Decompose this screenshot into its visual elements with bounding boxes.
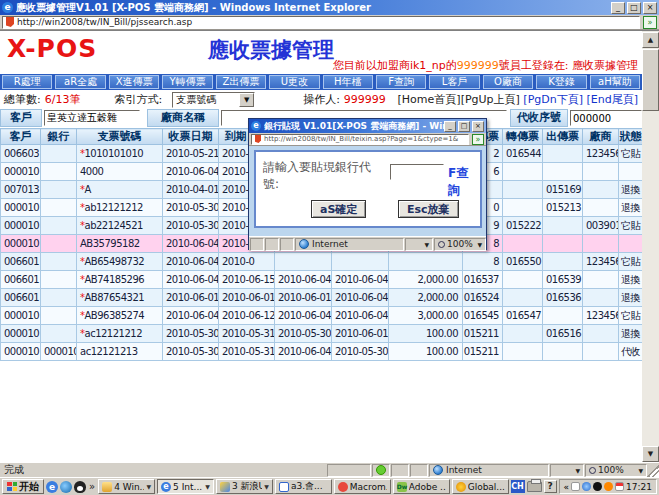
menu-customer-button[interactable]: L客戶: [429, 75, 479, 89]
calendar-icon[interactable]: [615, 482, 624, 491]
table-cell[interactable]: 退換: [619, 289, 643, 307]
table-cell[interactable]: 016524: [463, 289, 503, 307]
table-cell[interactable]: 006601: [1, 271, 41, 289]
menu-register-button[interactable]: K登錄: [536, 75, 586, 89]
table-cell[interactable]: [41, 289, 77, 307]
table-cell[interactable]: 退換: [619, 199, 643, 217]
taskbar-button[interactable]: Macrom...: [334, 479, 391, 494]
table-row[interactable]: 000010*AB963852742010-06-042010-06-12201…: [1, 307, 643, 325]
table-cell[interactable]: [503, 325, 543, 343]
table-cell[interactable]: *1010101010: [77, 145, 163, 163]
chevron-down-icon[interactable]: ▼: [146, 483, 151, 490]
table-cell[interactable]: 2010-06-04: [332, 289, 389, 307]
table-cell[interactable]: [41, 235, 77, 253]
nav-home-link[interactable]: [Home首頁]: [398, 93, 461, 106]
go-icon[interactable]: »: [472, 134, 484, 145]
scroll-down-icon[interactable]: ▼: [642, 446, 659, 462]
table-cell[interactable]: 006601: [1, 253, 41, 271]
table-cell[interactable]: 8: [463, 253, 503, 271]
table-cell[interactable]: [503, 163, 543, 181]
table-cell[interactable]: 015213: [543, 199, 583, 217]
table-cell[interactable]: 2010-06-01: [163, 289, 219, 307]
table-cell[interactable]: [583, 235, 619, 253]
popup-maximize-icon[interactable]: □: [458, 121, 470, 132]
table-cell[interactable]: [41, 307, 77, 325]
taskbar-button[interactable]: e5 Int...▼: [157, 479, 214, 494]
popup-minimize-icon[interactable]: _: [444, 121, 456, 132]
table-cell[interactable]: [503, 343, 543, 361]
table-cell[interactable]: 000010: [1, 217, 41, 235]
table-cell[interactable]: [583, 289, 619, 307]
nav-end-link[interactable]: [End尾頁]: [587, 93, 639, 106]
overflow-chevron-icon[interactable]: »: [88, 481, 96, 492]
table-cell[interactable]: 000010: [1, 307, 41, 325]
table-cell[interactable]: 2,000.00: [389, 271, 463, 289]
language-indicator[interactable]: CH: [511, 480, 525, 493]
table-cell[interactable]: 2010-06-01: [332, 325, 389, 343]
customer-filter-input[interactable]: [44, 110, 140, 126]
chevron-down-icon[interactable]: ▼: [205, 483, 210, 490]
nav-pgup-link[interactable]: [PgUp上頁]: [461, 93, 520, 106]
table-cell[interactable]: ac12121213: [77, 343, 163, 361]
table-cell[interactable]: [619, 163, 643, 181]
table-cell[interactable]: 2010-05-30: [332, 343, 389, 361]
table-cell[interactable]: 2010-06-04: [275, 307, 332, 325]
table-cell[interactable]: 2010-06-04: [163, 163, 219, 181]
table-cell[interactable]: 016537: [463, 271, 503, 289]
table-cell[interactable]: 2010-05-21: [163, 145, 219, 163]
popup-close-icon[interactable]: ×: [472, 121, 484, 132]
table-cell[interactable]: [41, 325, 77, 343]
menu-out-voucher-button[interactable]: Z出傳票: [216, 75, 266, 89]
menu-help-button[interactable]: aH幫助: [590, 75, 640, 89]
table-cell[interactable]: [41, 145, 77, 163]
popup-address-field[interactable]: http://win2008/tw/IN_Bill/teixin.asp?Pag…: [251, 134, 469, 145]
table-cell[interactable]: [543, 343, 583, 361]
table-cell[interactable]: 100.00: [389, 325, 463, 343]
chevron-down-icon[interactable]: ▼: [638, 467, 643, 474]
table-cell[interactable]: 2010-0: [219, 253, 275, 271]
table-cell[interactable]: [583, 199, 619, 217]
table-cell[interactable]: 4000: [77, 163, 163, 181]
index-mode-select[interactable]: 支票號碼 ▼: [172, 92, 255, 108]
table-cell[interactable]: 2010-06-04: [163, 235, 219, 253]
table-cell[interactable]: [503, 235, 543, 253]
resize-grip[interactable]: [647, 464, 659, 477]
menu-query-button[interactable]: F查詢: [376, 75, 426, 89]
table-cell[interactable]: 2010-06-04: [275, 271, 332, 289]
table-cell[interactable]: [41, 181, 77, 199]
table-cell[interactable]: 代收: [619, 343, 643, 361]
table-cell[interactable]: 2010-05-30: [163, 217, 219, 235]
table-cell[interactable]: 016539: [543, 271, 583, 289]
table-cell[interactable]: [41, 253, 77, 271]
taskbar-button[interactable]: 3 新浪UC▼: [216, 479, 273, 494]
table-cell[interactable]: 006601: [1, 289, 41, 307]
table-cell[interactable]: *AB65498732: [77, 253, 163, 271]
chevron-down-icon[interactable]: ▼: [424, 241, 429, 248]
ie-icon[interactable]: e: [46, 481, 58, 493]
table-cell[interactable]: [583, 343, 619, 361]
vertical-scrollbar[interactable]: ▲ ▼: [642, 31, 659, 463]
table-cell[interactable]: 015222: [503, 217, 543, 235]
table-cell[interactable]: 2010-04-01: [163, 181, 219, 199]
table-cell[interactable]: 2010-05-30: [163, 199, 219, 217]
menu-transfer-voucher-button[interactable]: Y轉傳票: [162, 75, 212, 89]
zoom-control[interactable]: 100% ▼: [585, 464, 647, 477]
table-cell[interactable]: 016547: [503, 307, 543, 325]
table-cell[interactable]: 003901: [583, 217, 619, 235]
table-cell[interactable]: AB35795182: [77, 235, 163, 253]
table-cell[interactable]: [41, 199, 77, 217]
table-cell[interactable]: 退換: [619, 325, 643, 343]
table-cell[interactable]: [503, 289, 543, 307]
table-cell[interactable]: [543, 253, 583, 271]
menu-process-button[interactable]: R處理: [2, 75, 52, 89]
table-row[interactable]: 000010*ac121212122010-05-302010-05-31201…: [1, 325, 643, 343]
collect-seq-input[interactable]: [570, 110, 642, 126]
table-cell[interactable]: 2010-06-12: [219, 307, 275, 325]
table-cell[interactable]: 100.00: [389, 343, 463, 361]
table-cell[interactable]: 123456: [583, 307, 619, 325]
nav-pgdn-link[interactable]: [PgDn下頁]: [523, 93, 583, 106]
table-cell[interactable]: 2010-06-04: [275, 343, 332, 361]
table-cell[interactable]: *ac12121212: [77, 325, 163, 343]
popup-zoom-control[interactable]: 100% ▼: [434, 238, 486, 251]
table-cell[interactable]: 2010-05-31: [219, 325, 275, 343]
